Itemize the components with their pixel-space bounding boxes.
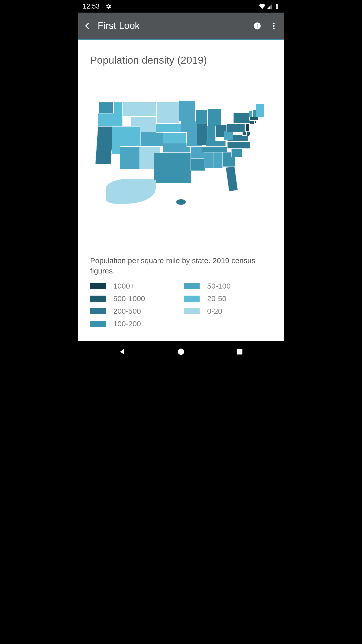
legend-item: 20-50 xyxy=(184,294,272,303)
legend-label: 50-100 xyxy=(207,282,231,290)
app-title: First Look xyxy=(98,20,246,31)
state-FL[interactable] xyxy=(225,166,238,191)
state-TX[interactable] xyxy=(154,153,192,183)
state-MN[interactable] xyxy=(179,101,196,121)
state-AK[interactable] xyxy=(106,179,156,204)
state-SC[interactable] xyxy=(231,149,242,157)
state-MA[interactable] xyxy=(249,117,258,120)
state-NH[interactable] xyxy=(252,110,256,117)
state-IN[interactable] xyxy=(207,126,216,142)
state-AL[interactable] xyxy=(213,152,223,168)
state-WV[interactable] xyxy=(224,131,233,140)
svg-rect-1 xyxy=(257,25,257,28)
legend-label: 500-1000 xyxy=(113,294,145,303)
legend-item: 1000+ xyxy=(90,282,178,290)
legend-grid: 1000+ 50-100 500-1000 20-50 200-500 0-20 xyxy=(90,282,272,328)
state-CA[interactable] xyxy=(95,126,113,164)
state-KS[interactable] xyxy=(163,133,187,143)
svg-rect-7 xyxy=(237,349,243,354)
legend-swatch xyxy=(90,321,106,327)
state-MT[interactable] xyxy=(123,101,156,116)
state-NE[interactable] xyxy=(156,124,181,133)
state-HI[interactable] xyxy=(176,199,186,205)
nav-bar xyxy=(78,341,284,362)
state-MS[interactable] xyxy=(204,152,213,168)
legend-swatch xyxy=(184,296,200,302)
chart-title: Population density (2019) xyxy=(90,54,272,66)
legend-label: 200-500 xyxy=(113,307,141,315)
more-icon[interactable] xyxy=(268,21,279,31)
state-IA[interactable] xyxy=(181,121,197,132)
legend-item: 500-1000 xyxy=(90,294,178,303)
legend-label: 20-50 xyxy=(207,294,227,303)
app-bar: First Look xyxy=(78,13,284,40)
state-UT[interactable] xyxy=(123,126,140,146)
state-ID[interactable] xyxy=(114,102,123,126)
legend-swatch xyxy=(90,283,106,289)
state-KY[interactable] xyxy=(206,141,226,147)
battery-icon xyxy=(274,4,280,9)
nav-recents-icon[interactable] xyxy=(234,346,245,357)
svg-rect-2 xyxy=(257,24,257,25)
svg-point-5 xyxy=(273,27,275,29)
back-icon[interactable] xyxy=(83,21,92,31)
legend-item: 100-200 xyxy=(90,319,178,328)
legend-swatch xyxy=(184,283,200,289)
legend-item: 200-500 xyxy=(90,307,178,315)
settings-icon xyxy=(105,3,112,10)
signal-icon xyxy=(267,4,273,9)
wifi-icon xyxy=(259,3,265,10)
state-AZ[interactable] xyxy=(120,146,140,169)
state-MI[interactable] xyxy=(208,108,221,126)
svg-point-6 xyxy=(178,348,184,355)
legend-swatch xyxy=(90,308,106,314)
content: Population density (2019) xyxy=(78,40,284,341)
state-WI[interactable] xyxy=(196,109,208,124)
state-WA[interactable] xyxy=(99,102,114,113)
info-icon[interactable] xyxy=(252,21,262,31)
state-NC[interactable] xyxy=(227,142,250,149)
svg-point-3 xyxy=(273,22,275,24)
state-CO[interactable] xyxy=(140,132,163,146)
nav-back-icon[interactable] xyxy=(117,346,128,357)
state-VT[interactable] xyxy=(249,110,252,117)
status-time: 12:53 xyxy=(83,3,100,10)
state-OR[interactable] xyxy=(98,113,116,126)
svg-point-4 xyxy=(273,25,275,27)
legend-swatch xyxy=(90,296,106,302)
legend-label: 100-200 xyxy=(113,319,141,328)
legend-label: 1000+ xyxy=(113,282,134,290)
state-CT[interactable] xyxy=(250,120,254,124)
status-bar: 12:53 xyxy=(78,0,284,13)
us-map[interactable] xyxy=(96,101,266,209)
state-NJ[interactable] xyxy=(245,124,249,132)
legend-label: 0-20 xyxy=(207,307,222,315)
legend: Population per square mile by state. 201… xyxy=(90,255,272,328)
state-LA[interactable] xyxy=(191,159,205,171)
state-ME[interactable] xyxy=(256,103,264,117)
legend-swatch xyxy=(184,308,200,314)
legend-item: 50-100 xyxy=(184,282,272,290)
state-SD[interactable] xyxy=(156,112,179,124)
state-ND[interactable] xyxy=(156,101,179,112)
legend-item: 0-20 xyxy=(184,307,272,315)
state-RI[interactable] xyxy=(254,120,256,124)
state-PA[interactable] xyxy=(227,124,245,132)
state-TN[interactable] xyxy=(202,147,227,152)
map-container xyxy=(90,73,272,254)
legend-title: Population per square mile by state. 201… xyxy=(90,255,272,276)
nav-home-icon[interactable] xyxy=(176,346,186,357)
